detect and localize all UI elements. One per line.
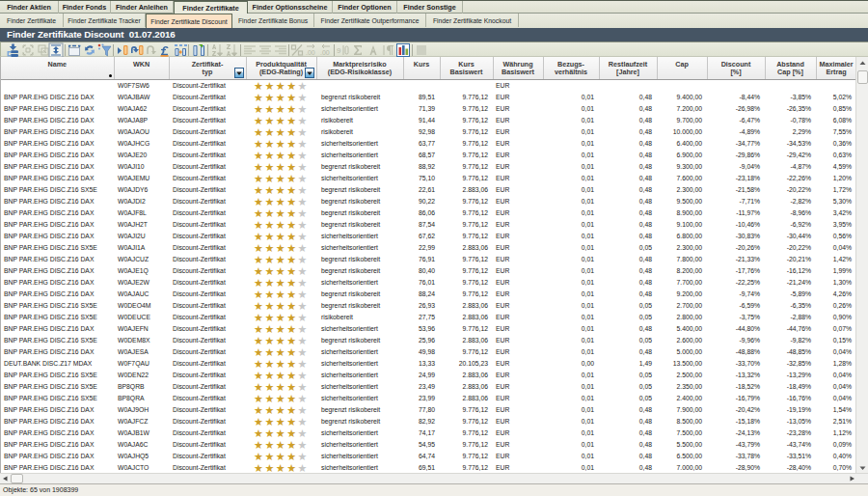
svg-text:.00: .00 bbox=[320, 49, 330, 56]
svg-text:9: 9 bbox=[337, 46, 341, 55]
svg-text:.00: .00 bbox=[306, 49, 315, 56]
